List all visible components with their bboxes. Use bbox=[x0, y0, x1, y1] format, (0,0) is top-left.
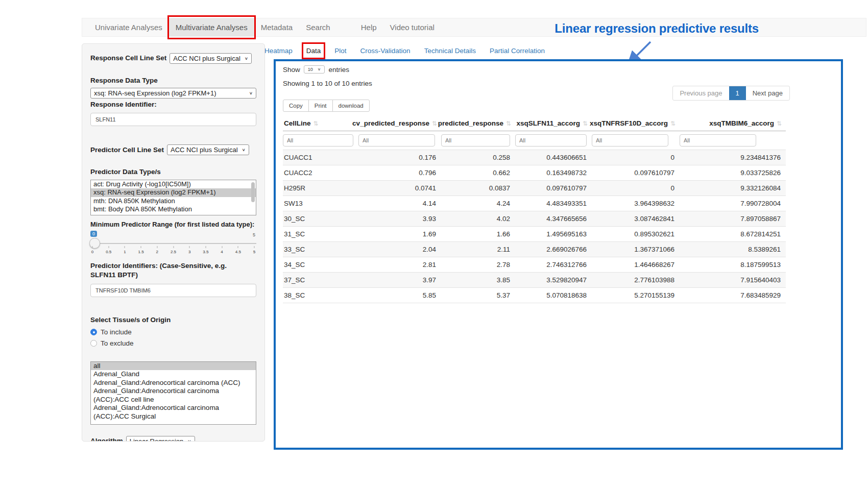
cell-line-name: SW13 bbox=[283, 196, 358, 211]
tissue-option[interactable]: Adrenal_Gland:Adrenocortical carcinoma (… bbox=[91, 387, 256, 404]
cell-value: 4.347665656 bbox=[515, 211, 592, 227]
cell-line-name: 37_SC bbox=[283, 273, 358, 288]
predictor-cell-line-set-select[interactable]: ACC NCI plus Surgical ∨ bbox=[167, 144, 249, 155]
response-cell-line-set-value: ACC NCI plus Surgical bbox=[173, 55, 240, 62]
tab-heatmap[interactable]: Heatmap bbox=[264, 47, 293, 55]
table-row: 30_SC3.934.024.3476656563.0874628417.897… bbox=[283, 211, 786, 227]
cell-line-name: 30_SC bbox=[283, 211, 358, 227]
page-length-select[interactable]: 10 ∨ bbox=[304, 65, 325, 74]
previous-page-button[interactable]: Previous page bbox=[673, 86, 729, 100]
sort-icon: ⇅ bbox=[506, 120, 511, 127]
column-header-cv-predicted-response[interactable]: cv_predicted_response⇅ bbox=[358, 116, 441, 131]
page-length-value: 10 bbox=[308, 67, 313, 72]
tissue-option[interactable]: Adrenal_Gland:Adrenocortical carcinoma (… bbox=[91, 379, 256, 387]
nav-item-help[interactable]: Help bbox=[354, 18, 383, 36]
cell-value: 0.0837 bbox=[441, 181, 515, 196]
nav-item-video-tutorial[interactable]: Video tutorial bbox=[383, 18, 441, 36]
filter-input-xsqtmbim6-accorg[interactable] bbox=[680, 134, 756, 147]
table-row: 33_SC2.042.112.6690267661.3673710668.538… bbox=[283, 242, 786, 257]
cell-value: 1.367371066 bbox=[592, 242, 680, 257]
tab-cross-validation[interactable]: Cross-Validation bbox=[360, 47, 411, 55]
radio-to-include[interactable] bbox=[90, 329, 97, 335]
download-button[interactable]: download bbox=[332, 100, 370, 112]
table-row: CUACC20.7960.6620.1634987320.0976107979.… bbox=[283, 165, 786, 181]
filter-input-cellline[interactable] bbox=[283, 134, 353, 147]
cell-line-name: CUACC1 bbox=[283, 150, 358, 165]
filter-input-predicted-response[interactable] bbox=[441, 134, 510, 147]
next-page-button[interactable]: Next page bbox=[746, 86, 789, 100]
slider-tick bbox=[157, 246, 157, 248]
slider-tick-label: 0 bbox=[91, 250, 93, 254]
cell-value: 2.746312766 bbox=[515, 257, 592, 273]
filter-input-xsqtnfrsf10d-accorg[interactable] bbox=[592, 134, 668, 147]
slider-max-label: 5 bbox=[253, 232, 255, 237]
column-header-xsqtnfrsf10d-accorg[interactable]: xsqTNFRSF10D_accorg⇅ bbox=[592, 116, 680, 131]
predictor-type-option[interactable]: xsq: RNA-seq Expression (log2 FPKM+1) bbox=[91, 188, 256, 197]
tab-technical-details[interactable]: Technical Details bbox=[424, 47, 476, 55]
algorithm-label: Algorithm bbox=[90, 436, 123, 442]
slider-tick bbox=[108, 246, 109, 248]
tissue-option[interactable]: Adrenal_Gland bbox=[91, 370, 256, 379]
chevron-down-icon: ∨ bbox=[249, 91, 253, 95]
tissue-origin-label: Select Tissue/s of Origin bbox=[90, 315, 256, 325]
nav-item-search[interactable]: Search bbox=[299, 18, 337, 36]
predictor-data-types-listbox[interactable]: act: Drug Activity (-log10[IC50M])xsq: R… bbox=[90, 180, 256, 215]
column-header-xsqslfn11-accorg[interactable]: xsqSLFN11_accorg⇅ bbox=[515, 116, 592, 131]
column-title: predicted_response bbox=[438, 119, 503, 127]
min-predictor-range-slider[interactable]: 0 5 00.511.522.533.544.55 bbox=[90, 231, 256, 257]
tissue-option[interactable]: all bbox=[91, 362, 256, 371]
nav-item-multivariate-analyses[interactable]: Multivariate Analyses bbox=[169, 18, 254, 36]
slider-tick bbox=[173, 246, 174, 248]
tab-plot[interactable]: Plot bbox=[334, 47, 346, 55]
tissue-radio-row: To include bbox=[90, 328, 256, 336]
app-page: Univariate AnalysesMultivariate Analyses… bbox=[0, 0, 868, 488]
tab-partial-correlation[interactable]: Partial Correlation bbox=[490, 47, 545, 55]
results-panel: Show 10 ∨ entries Showing 1 to 10 of 10 … bbox=[274, 59, 843, 450]
column-header-xsqtmbim6-accorg[interactable]: xsqTMBIM6_accorg⇅ bbox=[680, 116, 786, 131]
predictor-identifiers-input[interactable] bbox=[90, 284, 256, 297]
algorithm-value: Linear Regression bbox=[130, 437, 184, 442]
sidebar-form: Response Cell Line Set ACC NCI plus Surg… bbox=[82, 43, 265, 442]
cell-value: 4.02 bbox=[441, 211, 515, 227]
column-header-predicted-response[interactable]: predicted_response⇅ bbox=[441, 116, 515, 131]
slider-tick-label: 3.5 bbox=[203, 250, 208, 254]
cell-value: 3.97 bbox=[358, 273, 441, 288]
tissue-listbox[interactable]: allAdrenal_GlandAdrenal_Gland:Adrenocort… bbox=[90, 361, 256, 425]
cell-value: 1.464668267 bbox=[592, 257, 680, 273]
show-entries-row: Show 10 ∨ entries bbox=[283, 65, 834, 74]
copy-button[interactable]: Copy bbox=[283, 100, 309, 112]
predictor-type-option[interactable]: mth: DNA 850K Methylation bbox=[91, 197, 256, 206]
cell-value: 3.529820947 bbox=[515, 273, 592, 288]
radio-to-exclude[interactable] bbox=[90, 340, 97, 347]
response-data-type-select[interactable]: xsq: RNA-seq Expression (log2 FPKM+1) ∨ bbox=[90, 88, 256, 99]
tab-data[interactable]: Data bbox=[306, 47, 321, 55]
slider-tick bbox=[189, 246, 190, 248]
scrollbar-thumb[interactable] bbox=[251, 182, 255, 202]
column-header-cellline[interactable]: CellLine⇅ bbox=[283, 116, 358, 131]
sort-icon: ⇅ bbox=[583, 120, 588, 127]
response-identifier-label: Response Identifier: bbox=[90, 100, 256, 109]
slider-tick-label: 1 bbox=[124, 250, 126, 254]
filter-input-cv-predicted-response[interactable] bbox=[358, 134, 435, 147]
nav-item-univariate-analyses[interactable]: Univariate Analyses bbox=[88, 18, 169, 36]
cell-value: 5.270155139 bbox=[592, 288, 680, 303]
annotation-title: Linear regression predictive results bbox=[554, 21, 759, 36]
slider-tick bbox=[254, 246, 255, 248]
filter-input-xsqslfn11-accorg[interactable] bbox=[515, 134, 587, 147]
chevron-down-icon: ∨ bbox=[187, 439, 191, 442]
response-identifier-input[interactable] bbox=[90, 113, 256, 126]
predictor-type-option[interactable]: act: Drug Activity (-log10[IC50M]) bbox=[91, 180, 256, 189]
algorithm-select[interactable]: Linear Regression ∨ bbox=[126, 436, 195, 442]
slider-value-bubble: 0 bbox=[90, 231, 97, 237]
tissue-option[interactable]: Adrenal_Gland:Adrenocortical carcinoma (… bbox=[91, 404, 256, 421]
predictor-type-option[interactable]: bmt: Body DNA 850K Methylation bbox=[91, 205, 256, 214]
slider-track[interactable] bbox=[90, 243, 256, 244]
page-1-button[interactable]: 1 bbox=[729, 86, 746, 100]
red-highlight-box bbox=[167, 15, 256, 39]
column-title: xsqSLFN11_accorg bbox=[516, 119, 580, 127]
print-button[interactable]: Print bbox=[308, 100, 333, 112]
response-cell-line-set-select[interactable]: ACC NCI plus Surgical ∨ bbox=[170, 53, 252, 64]
tissue-radio-row: To exclude bbox=[90, 339, 256, 347]
nav-item-metadata[interactable]: Metadata bbox=[254, 18, 300, 36]
cell-line-name: 38_SC bbox=[283, 288, 358, 303]
